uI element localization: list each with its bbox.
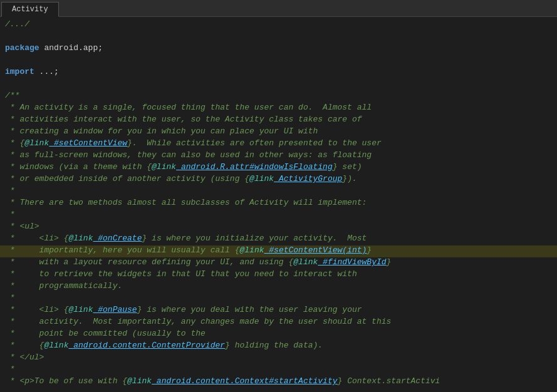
code-line: * programmatically.: [0, 281, 557, 293]
code-line: * with a layout resource defining your U…: [0, 257, 557, 269]
activity-tab[interactable]: Activity: [1, 2, 59, 17]
code-line: * <p>To be of use with {@link android.co…: [0, 376, 557, 388]
code-line: * <li> {@link #onCreate} is where you in…: [0, 234, 557, 245]
code-line: * or embedded inside of another activity…: [0, 174, 557, 186]
code-line: * windows (via a theme with {@link andro…: [0, 162, 557, 174]
code-line: *: [0, 210, 557, 222]
code-line: * </ul>: [0, 353, 557, 364]
code-line: * point be committed (usually to the: [0, 329, 557, 341]
code-line: * <ul>: [0, 222, 557, 234]
code-line: * There are two methods almost all subcl…: [0, 198, 557, 210]
code-line: [0, 79, 557, 91]
editor-container: Activity /.../package android.app;import…: [0, 0, 557, 391]
code-line: /**: [0, 91, 557, 103]
code-line: * An activity is a single, focused thing…: [0, 103, 557, 115]
code-line: [0, 55, 557, 67]
code-line: * to retrieve the widgets in that UI tha…: [0, 269, 557, 281]
code-line: *: [0, 186, 557, 198]
code-line: * as full-screen windows, they can also …: [0, 150, 557, 162]
code-line: /.../: [0, 19, 557, 31]
code-line: * creating a window for you in which you…: [0, 126, 557, 138]
code-line: * <li> {@link #onPause} is where you dea…: [0, 305, 557, 317]
code-area: /.../package android.app;import ...;/** …: [0, 17, 557, 391]
code-line: *: [0, 364, 557, 376]
tab-bar: Activity: [0, 0, 557, 17]
code-line: *: [0, 293, 557, 305]
code-line: * {@link android.content.ContentProvider…: [0, 341, 557, 353]
code-line: [0, 31, 557, 43]
code-line: * importantly, here you will usually cal…: [0, 245, 557, 257]
code-line: import ...;: [0, 67, 557, 79]
code-line: * activity. Most importantly, any change…: [0, 317, 557, 329]
code-line: * activities interact with the user, so …: [0, 115, 557, 126]
code-line: package android.app;: [0, 43, 557, 55]
code-line: * {@link #setContentView}. While activit…: [0, 138, 557, 150]
